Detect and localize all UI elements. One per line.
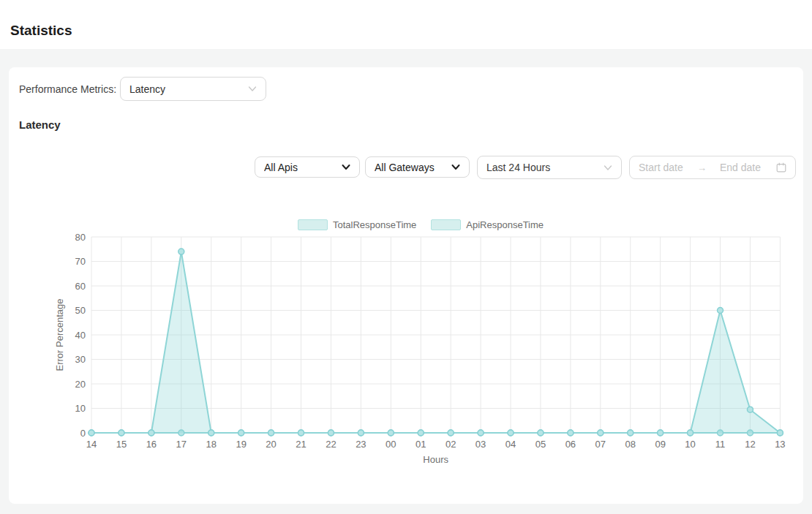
data-point[interactable] [149, 430, 154, 436]
data-point[interactable] [718, 308, 723, 314]
page-title: Statistics [10, 23, 72, 39]
data-point[interactable] [688, 430, 693, 436]
data-point[interactable] [658, 430, 663, 436]
data-point[interactable] [478, 430, 484, 436]
svg-text:04: 04 [505, 439, 516, 450]
svg-text:07: 07 [595, 439, 606, 450]
svg-text:00: 00 [386, 439, 396, 450]
x-axis-labels: 1415161718192021222300010203040506070809… [86, 439, 786, 450]
svg-text:20: 20 [75, 379, 86, 390]
api-select[interactable]: All Apis [255, 156, 360, 178]
data-point[interactable] [747, 407, 753, 412]
data-point[interactable] [89, 430, 94, 436]
chevron-down-icon [451, 164, 460, 170]
chevron-down-icon [248, 86, 257, 92]
svg-text:60: 60 [75, 281, 86, 292]
data-point[interactable] [598, 430, 604, 436]
svg-text:09: 09 [655, 439, 665, 450]
data-point[interactable] [538, 430, 544, 436]
date-range-picker[interactable]: Start date → End date [629, 156, 796, 179]
end-date-input[interactable]: End date [720, 162, 776, 173]
calendar-icon [776, 162, 786, 173]
statistics-panel: Performance Metrics: Latency Latency All… [9, 67, 803, 504]
chevron-down-icon [604, 165, 612, 171]
svg-text:21: 21 [296, 439, 306, 450]
section-title-latency: Latency [19, 118, 61, 131]
performance-metrics-select-value: Latency [129, 83, 248, 95]
performance-metrics-select[interactable]: Latency [120, 77, 266, 101]
svg-text:16: 16 [146, 439, 157, 450]
svg-text:30: 30 [75, 354, 86, 365]
svg-text:0: 0 [80, 428, 86, 439]
data-point[interactable] [508, 430, 514, 436]
series-TotalResponseTime [89, 249, 783, 436]
page-header: Statistics [0, 0, 812, 49]
svg-text:01: 01 [416, 439, 426, 450]
data-point[interactable] [328, 430, 334, 436]
svg-text:10: 10 [75, 403, 86, 414]
data-point[interactable] [208, 430, 214, 436]
svg-text:22: 22 [326, 439, 336, 450]
svg-text:40: 40 [75, 330, 86, 341]
svg-text:20: 20 [266, 439, 276, 450]
svg-text:19: 19 [236, 439, 246, 450]
svg-text:17: 17 [176, 439, 187, 450]
svg-text:14: 14 [86, 439, 97, 450]
svg-text:06: 06 [565, 439, 576, 450]
performance-metrics-label: Performance Metrics: [19, 83, 116, 95]
x-axis-title: Hours [423, 454, 448, 465]
svg-text:23: 23 [356, 439, 366, 450]
data-point[interactable] [268, 430, 274, 436]
series-area [91, 252, 780, 433]
svg-text:11: 11 [715, 439, 726, 450]
data-point[interactable] [388, 430, 394, 436]
api-select-value: All Apis [264, 162, 342, 173]
data-point[interactable] [178, 249, 184, 254]
svg-text:03: 03 [475, 439, 486, 450]
chevron-down-icon [342, 164, 350, 170]
data-point[interactable] [238, 430, 244, 436]
svg-text:15: 15 [116, 439, 127, 450]
gateway-select-value: All Gateways [375, 162, 451, 173]
svg-text:13: 13 [775, 439, 785, 450]
statistics-page: Statistics Performance Metrics: Latency … [0, 0, 812, 514]
data-point[interactable] [298, 430, 304, 436]
start-date-input[interactable]: Start date [639, 162, 697, 173]
latency-chart-container: 0102030405060708014151617181920212223000… [51, 213, 790, 471]
svg-text:10: 10 [685, 439, 695, 450]
svg-text:12: 12 [745, 439, 755, 450]
y-axis-labels: 01020304050607080 [75, 232, 86, 439]
range-arrow-icon: → [697, 162, 707, 173]
svg-text:05: 05 [535, 439, 546, 450]
y-axis-title: Error Percentage [54, 299, 65, 371]
time-range-select-value: Last 24 Hours [486, 162, 604, 173]
svg-text:50: 50 [75, 305, 86, 316]
data-point[interactable] [568, 430, 574, 436]
svg-text:18: 18 [206, 439, 216, 450]
gateway-select[interactable]: All Gateways [365, 156, 470, 178]
data-point[interactable] [448, 430, 454, 436]
data-point[interactable] [777, 430, 783, 436]
svg-text:80: 80 [75, 232, 86, 243]
data-point[interactable] [358, 430, 364, 436]
svg-text:02: 02 [446, 439, 456, 450]
data-point[interactable] [628, 430, 634, 436]
data-point[interactable] [418, 430, 424, 436]
svg-text:70: 70 [75, 256, 86, 267]
latency-chart: 0102030405060708014151617181920212223000… [51, 213, 790, 471]
data-point[interactable] [119, 430, 124, 436]
svg-text:08: 08 [625, 439, 636, 450]
time-range-select[interactable]: Last 24 Hours [477, 156, 622, 179]
